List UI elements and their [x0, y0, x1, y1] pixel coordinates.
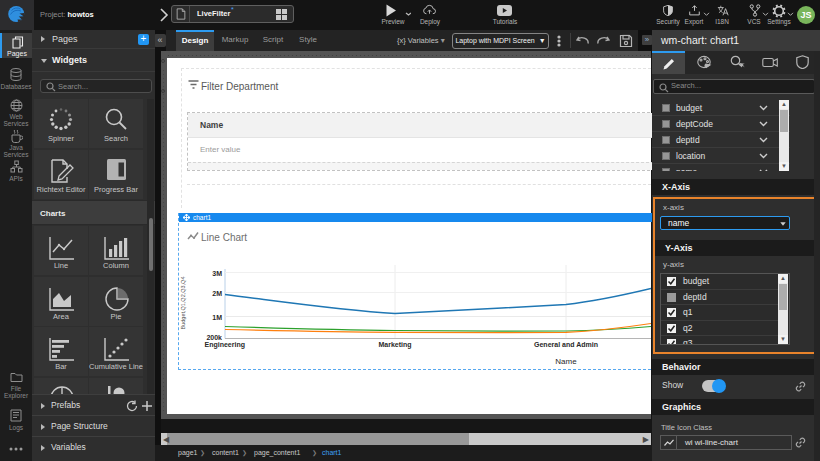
- svg-text:200k: 200k: [206, 334, 222, 341]
- svg-text:General and Admin: General and Admin: [534, 341, 598, 348]
- svg-text:3M: 3M: [212, 270, 222, 277]
- svg-text:Budget,Q1,Q2,Q3,Q4: Budget,Q1,Q2,Q3,Q4: [180, 277, 186, 330]
- svg-text:1M: 1M: [212, 314, 222, 321]
- svg-text:Engineering: Engineering: [205, 341, 245, 349]
- svg-text:2M: 2M: [212, 290, 222, 297]
- svg-text:Marketing: Marketing: [378, 341, 411, 349]
- svg-text:Name: Name: [555, 357, 577, 366]
